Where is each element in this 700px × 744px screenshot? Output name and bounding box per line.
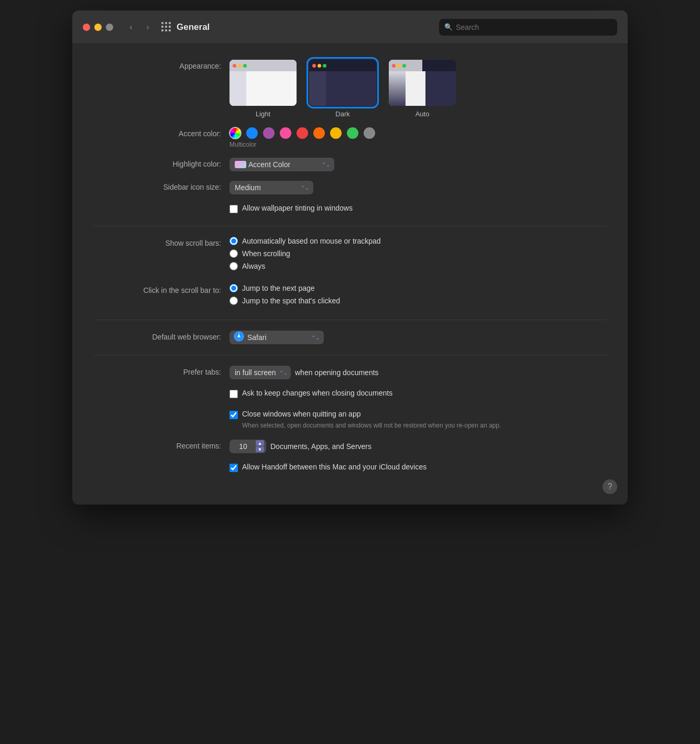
appearance-label: Appearance: [93,60,229,70]
grid-icon[interactable] [161,22,171,32]
click-scroll-bar-row: Click in the scroll bar to: Jump to the … [93,284,607,309]
wallpaper-tinting-checkbox[interactable] [229,205,238,213]
recent-items-row: Recent items: ▲ ▼ Documents, Apps, and S… [93,440,607,453]
appearance-thumb-light [229,60,297,106]
accent-swatch-pink[interactable] [280,127,291,139]
appearance-light-label: Light [256,110,270,118]
accent-swatch-multicolor[interactable] [229,127,241,139]
close-windows-control: Close windows when quitting an app When … [229,410,607,430]
handoff-checkbox[interactable] [229,464,238,472]
recent-items-arrows: ▲ ▼ [256,440,264,452]
help-button[interactable]: ? [603,479,617,494]
window: ‹ › General 🔍 Appearance: [72,10,628,505]
scroll-bars-scrolling-label[interactable]: When scrolling [242,249,290,258]
minimize-button[interactable] [94,24,102,31]
accent-swatch-orange[interactable] [313,127,325,139]
recent-items-suffix: Documents, Apps, and Servers [270,442,371,451]
close-windows-row: Close windows when quitting an app When … [93,410,607,430]
click-scroll-bar-control: Jump to the next page Jump to the spot t… [229,284,607,309]
handoff-label[interactable]: Allow Handoff between this Mac and your … [242,463,426,471]
scroll-bars-always-label[interactable]: Always [242,262,265,270]
wallpaper-tinting-control: Allow wallpaper tinting in windows [229,204,607,215]
back-arrow[interactable]: ‹ [124,20,138,35]
sidebar-icon-size-select[interactable]: Small Medium Large [229,181,313,194]
sidebar-icon-size-row: Sidebar icon size: Small Medium Large [93,181,607,194]
scroll-bars-auto-radio[interactable] [229,237,238,245]
prefer-tabs-dropdown-wrapper: always in full screen never [229,366,291,379]
scroll-bars-always-row: Always [229,262,607,270]
close-windows-spacer [93,410,229,412]
appearance-auto[interactable]: Auto [389,60,456,118]
highlight-color-row: Highlight color: Accent Color Blue Purpl… [93,158,607,171]
browser-dropdown-wrapper: Safari Chrome Firefox [229,331,324,344]
scroll-bars-always-radio[interactable] [229,262,238,270]
ask-keep-changes-row: Ask to keep changes when closing documen… [93,389,607,400]
close-windows-checkbox[interactable] [229,411,238,419]
scroll-click-spot-radio[interactable] [229,297,238,305]
wallpaper-tinting-label[interactable]: Allow wallpaper tinting in windows [242,204,353,212]
appearance-dark[interactable]: Dark [309,60,376,118]
close-windows-checkbox-row: Close windows when quitting an app [229,410,607,419]
prefer-tabs-row: Prefer tabs: always in full screen never… [93,366,607,379]
maximize-button[interactable] [106,24,113,31]
accent-swatch-blue[interactable] [246,127,258,139]
accent-swatch-yellow[interactable] [330,127,342,139]
scroll-click-next-row: Jump to the next page [229,284,607,292]
handoff-spacer [93,463,229,465]
prefer-tabs-select[interactable]: always in full screen never [229,366,291,379]
appearance-thumb-auto [389,60,456,106]
appearance-auto-label: Auto [415,110,430,118]
scroll-bars-auto-label[interactable]: Automatically based on mouse or trackpad [242,237,381,245]
default-browser-row: Default web browser: Safari [93,331,607,344]
accent-swatch-green[interactable] [347,127,358,139]
forward-arrow[interactable]: › [140,20,155,35]
close-button[interactable] [83,24,90,31]
scroll-bars-scrolling-radio[interactable] [229,249,238,258]
prefer-tabs-label: Prefer tabs: [93,366,229,376]
default-browser-control: Safari Chrome Firefox [229,331,607,344]
scroll-bars-auto-row: Automatically based on mouse or trackpad [229,237,607,245]
divider-1 [93,226,607,226]
accent-swatch-graphite[interactable] [364,127,375,139]
prefer-tabs-suffix: when opening documents [295,368,379,377]
accent-color-row: Accent color: Multicolor [93,127,607,148]
search-input[interactable] [456,23,612,31]
close-windows-label[interactable]: Close windows when quitting an app [242,410,360,418]
accent-swatch-red[interactable] [297,127,308,139]
scroll-bars-scrolling-row: When scrolling [229,249,607,258]
recent-items-label: Recent items: [93,440,229,450]
recent-items-stepper-wrapper: ▲ ▼ [229,440,266,453]
accent-color-control: Multicolor [229,127,607,148]
accent-color-label: Accent color: [93,127,229,138]
page-title: General [177,22,210,32]
close-windows-sublabel: When selected, open documents and window… [229,421,607,430]
prefer-tabs-inline: always in full screen never when opening… [229,366,607,379]
traffic-lights [83,24,113,31]
ask-keep-changes-label[interactable]: Ask to keep changes when closing documen… [242,389,392,397]
accent-selected-label: Multicolor [229,141,607,148]
click-scroll-bar-label: Click in the scroll bar to: [93,284,229,294]
recent-items-down[interactable]: ▼ [256,446,264,452]
appearance-control: Light [229,60,607,118]
divider-2 [93,320,607,320]
appearance-light[interactable]: Light [229,60,297,118]
nav-arrows: ‹ › [124,20,155,35]
sidebar-icon-size-control: Small Medium Large [229,181,607,194]
scroll-click-spot-label[interactable]: Jump to the spot that's clicked [242,297,340,305]
appearance-dark-label: Dark [335,110,349,118]
handoff-row: Allow Handoff between this Mac and your … [93,463,607,474]
scroll-click-spot-row: Jump to the spot that's clicked [229,297,607,305]
ask-keep-changes-checkbox[interactable] [229,390,238,398]
recent-items-control: ▲ ▼ Documents, Apps, and Servers [229,440,607,453]
scroll-click-next-label[interactable]: Jump to the next page [242,284,315,292]
scroll-click-next-radio[interactable] [229,284,238,292]
highlight-color-select[interactable]: Accent Color Blue Purple Pink Red Orange… [229,158,334,171]
ask-keep-changes-spacer [93,389,229,391]
accent-swatch-purple[interactable] [263,127,275,139]
recent-items-up[interactable]: ▲ [256,440,264,446]
show-scroll-bars-control: Automatically based on mouse or trackpad… [229,237,607,275]
search-bar[interactable]: 🔍 [439,19,617,36]
recent-items-inline: ▲ ▼ Documents, Apps, and Servers [229,440,607,453]
highlight-color-dropdown-wrapper: Accent Color Blue Purple Pink Red Orange… [229,158,334,171]
browser-select[interactable]: Safari Chrome Firefox [229,331,324,344]
